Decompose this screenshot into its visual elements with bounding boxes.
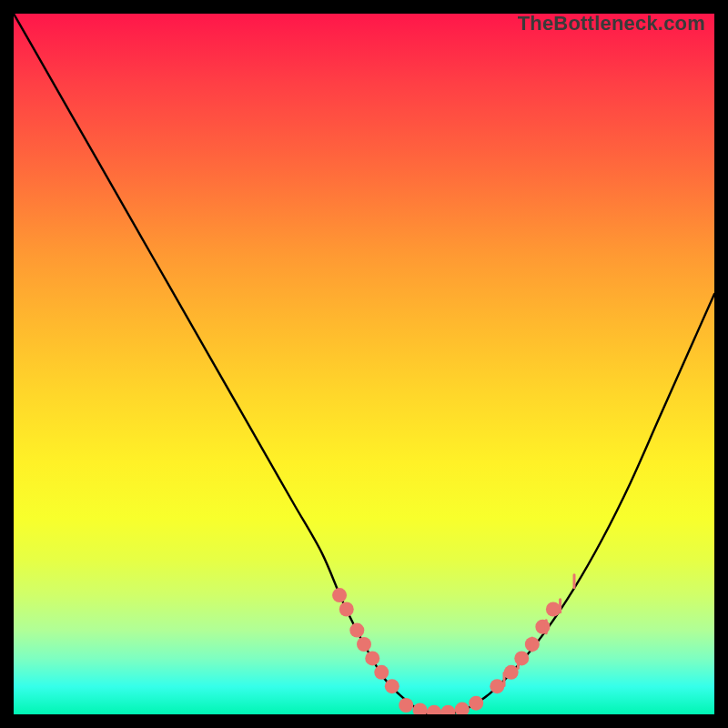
marker-dot — [546, 602, 561, 617]
bottleneck-curve — [14, 14, 714, 714]
chart-svg — [14, 14, 714, 714]
chart-plot-area: TheBottleneck.com — [14, 14, 714, 714]
marker-dot — [469, 696, 483, 711]
marker-dot — [374, 665, 389, 680]
marker-dot — [440, 705, 455, 714]
marker-dot — [385, 679, 399, 693]
marker-dot — [490, 679, 504, 693]
watermark-text: TheBottleneck.com — [518, 12, 705, 35]
marker-dot — [413, 703, 428, 714]
marker-dot — [365, 651, 379, 665]
marker-dot — [349, 623, 364, 638]
marker-dot — [399, 698, 413, 713]
marker-dot — [535, 620, 550, 634]
marker-dot — [455, 703, 470, 714]
marker-dot — [357, 637, 371, 652]
marker-dot — [504, 665, 519, 680]
marker-dot — [332, 588, 347, 602]
marker-dot — [427, 705, 441, 714]
marker-dot — [514, 651, 529, 665]
marker-dot — [339, 602, 354, 617]
